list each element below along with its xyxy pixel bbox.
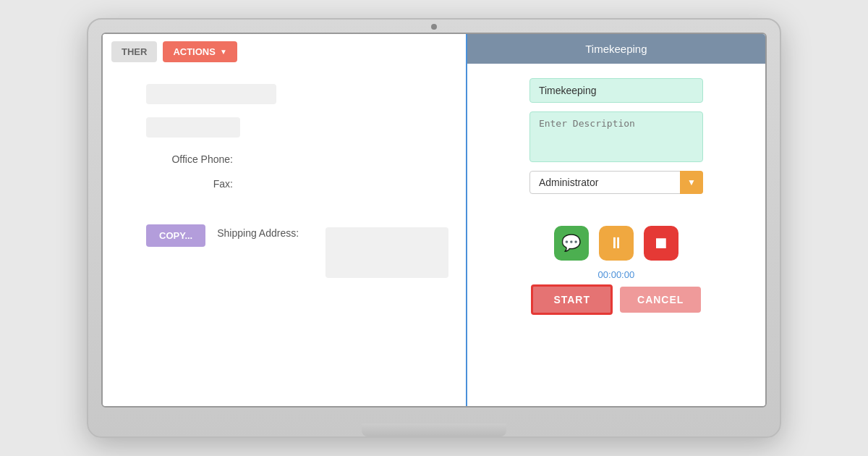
timekeeping-name-input[interactable]: [529, 78, 703, 103]
laptop-screen: THER ACTIONS ▼ Office Phone: Fax:: [101, 33, 767, 408]
timekeeping-description-textarea[interactable]: [529, 111, 703, 162]
action-buttons-row: START CANCEL: [531, 284, 701, 315]
timer-display: 00:00:00: [598, 269, 635, 280]
start-button[interactable]: START: [531, 284, 613, 315]
actions-label: ACTIONS: [173, 46, 216, 57]
left-content: Office Phone: Fax:: [103, 69, 466, 217]
stop-button[interactable]: ⏹: [644, 226, 678, 261]
other-button[interactable]: THER: [111, 41, 157, 62]
laptop-outer: THER ACTIONS ▼ Office Phone: Fax:: [87, 18, 781, 438]
shipping-row: Shipping Address:: [217, 227, 448, 278]
laptop-base: [362, 423, 506, 436]
chat-icon: 💬: [561, 234, 581, 253]
timer-row: 00:00:00 START CANCEL: [529, 269, 703, 315]
shipping-address-label: Shipping Address:: [217, 227, 318, 239]
role-select[interactable]: Administrator: [529, 171, 703, 194]
actions-arrow-icon: ▼: [220, 48, 227, 56]
actions-button[interactable]: ACTIONS ▼: [163, 41, 237, 62]
left-panel: THER ACTIONS ▼ Office Phone: Fax:: [103, 34, 467, 406]
chat-button[interactable]: 💬: [554, 226, 589, 261]
pause-icon: ⏸: [608, 234, 624, 253]
cancel-button[interactable]: CANCEL: [620, 287, 701, 313]
placeholder-block-2: [146, 117, 240, 138]
role-select-wrapper: Administrator ▼: [529, 171, 703, 194]
timekeeping-title: Timekeeping: [585, 43, 647, 55]
right-panel-body: Administrator ▼ 💬 ⏸ ⏹: [467, 64, 765, 406]
pause-button[interactable]: ⏸: [599, 226, 634, 261]
right-panel-header: Timekeeping: [467, 34, 765, 64]
timekeeping-icons-row: 💬 ⏸ ⏹: [554, 226, 678, 261]
right-panel: Timekeeping Administrator ▼ 💬: [467, 34, 765, 406]
left-toolbar: THER ACTIONS ▼: [103, 34, 466, 69]
placeholder-block-1: [146, 84, 276, 104]
office-phone-label: Office Phone:: [146, 153, 233, 165]
fax-label: Fax:: [146, 178, 233, 190]
copy-button[interactable]: COPY...: [146, 224, 205, 247]
office-phone-row: Office Phone:: [146, 153, 451, 165]
shipping-address-block: [326, 227, 448, 278]
left-mid-section: COPY... Shipping Address:: [146, 224, 451, 278]
stop-icon: ⏹: [653, 234, 669, 253]
fax-row: Fax:: [146, 178, 451, 190]
webcam: [431, 24, 437, 30]
